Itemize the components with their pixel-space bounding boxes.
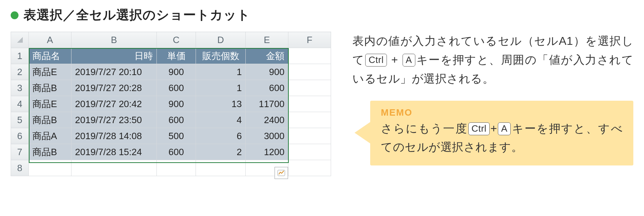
cell-F1[interactable]: [288, 48, 331, 64]
cell-D5[interactable]: 4: [196, 112, 246, 128]
row-header-7[interactable]: 7: [11, 144, 29, 160]
spreadsheet: A B C D E F 1 商品名 日時 単価 販売個数 金額 2 商品E 20…: [11, 32, 331, 176]
cell-B8[interactable]: [71, 160, 157, 176]
select-all-corner[interactable]: [11, 32, 29, 48]
row-header-3[interactable]: 3: [11, 80, 29, 96]
row-header-6[interactable]: 6: [11, 128, 29, 144]
cell-F7[interactable]: [288, 144, 331, 160]
cell-E4[interactable]: 11700: [246, 96, 288, 112]
row-header-8[interactable]: 8: [11, 160, 29, 176]
cell-C8[interactable]: [157, 160, 196, 176]
memo-callout: MEMO さらにもう一度Ctrl+Aキーを押すと、すべてのセルが選択されます。: [370, 101, 633, 165]
quick-analysis-icon[interactable]: [275, 167, 288, 179]
cell-F6[interactable]: [288, 128, 331, 144]
cell-D2[interactable]: 1: [196, 64, 246, 80]
cell-E3[interactable]: 600: [246, 80, 288, 96]
cell-F8[interactable]: [288, 160, 331, 176]
key-ctrl: Ctrl: [365, 54, 387, 67]
cell-A6[interactable]: 商品A: [29, 128, 71, 144]
col-header-A[interactable]: A: [29, 32, 71, 48]
cell-C6[interactable]: 500: [157, 128, 196, 144]
cell-E2[interactable]: 900: [246, 64, 288, 80]
col-header-C[interactable]: C: [157, 32, 196, 48]
cell-C4[interactable]: 900: [157, 96, 196, 112]
section-heading: 表選択／全セル選択のショートカット: [11, 6, 633, 24]
row-header-2[interactable]: 2: [11, 64, 29, 80]
key-a: A: [403, 54, 415, 67]
cell-C1[interactable]: 単価: [157, 48, 196, 64]
cell-B3[interactable]: 2019/7/27 20:28: [71, 80, 157, 96]
spreadsheet-grid[interactable]: A B C D E F 1 商品名 日時 単価 販売個数 金額 2 商品E 20…: [11, 32, 331, 176]
col-header-B[interactable]: B: [71, 32, 157, 48]
cell-F4[interactable]: [288, 96, 331, 112]
cell-D7[interactable]: 2: [196, 144, 246, 160]
cell-A4[interactable]: 商品E: [29, 96, 71, 112]
cell-A8[interactable]: [29, 160, 71, 176]
cell-D8[interactable]: [196, 160, 246, 176]
cell-C3[interactable]: 600: [157, 80, 196, 96]
memo-key-ctrl: Ctrl: [468, 122, 490, 135]
cell-E1[interactable]: 金額: [246, 48, 288, 64]
memo-title: MEMO: [381, 107, 623, 118]
cell-B1[interactable]: 日時: [71, 48, 157, 64]
cell-E7[interactable]: 1200: [246, 144, 288, 160]
cell-B6[interactable]: 2019/7/28 14:08: [71, 128, 157, 144]
cell-C2[interactable]: 900: [157, 64, 196, 80]
cell-D3[interactable]: 1: [196, 80, 246, 96]
row-header-5[interactable]: 5: [11, 112, 29, 128]
cell-D4[interactable]: 13: [196, 96, 246, 112]
cell-F5[interactable]: [288, 112, 331, 128]
memo-plus: +: [490, 122, 497, 135]
memo-text: さらにもう一度Ctrl+Aキーを押すと、すべてのセルが選択されます。: [381, 120, 623, 156]
cell-A7[interactable]: 商品B: [29, 144, 71, 160]
cell-A5[interactable]: 商品B: [29, 112, 71, 128]
cell-B2[interactable]: 2019/7/27 20:10: [71, 64, 157, 80]
col-header-F[interactable]: F: [288, 32, 331, 48]
cell-A3[interactable]: 商品B: [29, 80, 71, 96]
cell-D6[interactable]: 6: [196, 128, 246, 144]
cell-A2[interactable]: 商品E: [29, 64, 71, 80]
cell-E6[interactable]: 3000: [246, 128, 288, 144]
col-header-D[interactable]: D: [196, 32, 246, 48]
cell-D1[interactable]: 販売個数: [196, 48, 246, 64]
cell-F3[interactable]: [288, 80, 331, 96]
cell-A1[interactable]: 商品名: [29, 48, 71, 64]
cell-B5[interactable]: 2019/7/27 23:50: [71, 112, 157, 128]
col-header-E[interactable]: E: [246, 32, 288, 48]
cell-E5[interactable]: 2400: [246, 112, 288, 128]
para-plus: +: [388, 53, 402, 66]
cell-C5[interactable]: 600: [157, 112, 196, 128]
cell-C7[interactable]: 600: [157, 144, 196, 160]
heading-text: 表選択／全セル選択のショートカット: [23, 6, 250, 24]
cell-B7[interactable]: 2019/7/28 15:24: [71, 144, 157, 160]
bullet-icon: [11, 11, 18, 19]
explanation-paragraph: 表内の値が入力されているセル（セルA1）を選択してCtrl + Aキーを押すと、…: [352, 32, 633, 88]
memo-text-1: さらにもう一度: [381, 122, 468, 135]
row-header-4[interactable]: 4: [11, 96, 29, 112]
cell-F2[interactable]: [288, 64, 331, 80]
cell-B4[interactable]: 2019/7/27 20:42: [71, 96, 157, 112]
row-header-1[interactable]: 1: [11, 48, 29, 64]
memo-key-a: A: [498, 122, 511, 135]
